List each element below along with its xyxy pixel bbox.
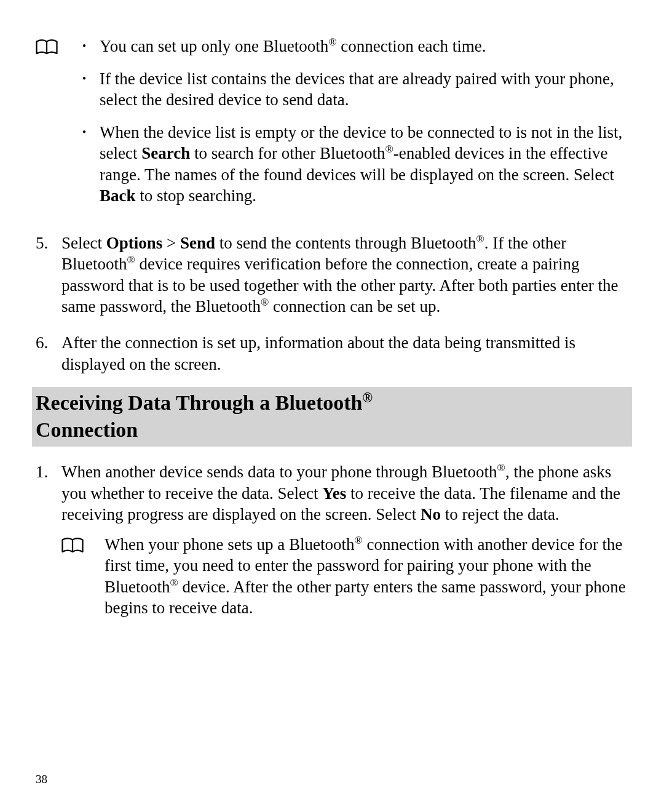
- step-6: 6. After the connection is set up, infor…: [36, 332, 628, 375]
- reg-mark: ®: [354, 534, 362, 546]
- text: connection each time.: [337, 37, 486, 55]
- text: When your phone sets up a Bluetooth: [105, 535, 354, 554]
- reg-mark: ®: [497, 461, 505, 474]
- note-block-1: You can set up only one Bluetooth® conne…: [36, 36, 628, 218]
- reg-mark: ®: [261, 296, 269, 308]
- section-heading: Receiving Data Through a Bluetooth® Conn…: [32, 387, 632, 447]
- text: to send the contents through Bluetooth: [215, 234, 476, 252]
- recv-step-1: 1. When another device sends data to you…: [36, 461, 628, 525]
- heading-line1: Receiving Data Through a Bluetooth: [36, 391, 362, 414]
- bullet-item: If the device list contains the devices …: [79, 68, 628, 111]
- bullet-item: When the device list is empty or the dev…: [79, 122, 628, 207]
- text: device. After the other party enters the…: [105, 578, 626, 618]
- text: connection can be set up.: [269, 297, 440, 316]
- manual-page: You can set up only one Bluetooth® conne…: [0, 0, 664, 812]
- text: to stop searching.: [136, 186, 256, 205]
- bold-search: Search: [141, 144, 190, 162]
- book-icon: [61, 538, 105, 555]
- note-body-2: When your phone sets up a Bluetooth® con…: [105, 534, 628, 619]
- note-icon-col: [36, 36, 79, 57]
- reg-mark: ®: [362, 390, 373, 405]
- steps-list: 5. Select Options > Send to send the con…: [36, 233, 628, 375]
- bold-no: No: [421, 505, 441, 523]
- page-number: 38: [36, 773, 47, 786]
- receiving-steps: 1. When another device sends data to you…: [36, 461, 628, 525]
- bullet-item: You can set up only one Bluetooth® conne…: [79, 36, 628, 57]
- bold-options: Options: [106, 234, 163, 252]
- reg-mark: ®: [170, 576, 178, 589]
- bold-yes: Yes: [322, 484, 346, 503]
- text: to search for other Bluetooth: [190, 144, 385, 162]
- text: >: [162, 234, 180, 252]
- note-bullet-list: You can set up only one Bluetooth® conne…: [79, 36, 628, 207]
- bold-send: Send: [180, 234, 215, 252]
- text: You can set up only one Bluetooth: [100, 37, 328, 55]
- text: After the connection is set up, informat…: [61, 333, 575, 373]
- note-icon-col: [61, 534, 105, 555]
- reg-mark: ®: [385, 143, 393, 155]
- bold-back: Back: [100, 186, 136, 205]
- note-body-1: You can set up only one Bluetooth® conne…: [79, 36, 628, 218]
- note-block-2: When your phone sets up a Bluetooth® con…: [61, 534, 628, 619]
- book-icon: [36, 39, 79, 57]
- text: Select: [61, 234, 106, 252]
- step-number: 1.: [36, 461, 48, 483]
- text: If the device list contains the devices …: [100, 70, 614, 109]
- step-number: 5.: [36, 233, 48, 254]
- step-number: 6.: [36, 332, 48, 354]
- reg-mark: ®: [127, 253, 135, 266]
- step-5: 5. Select Options > Send to send the con…: [36, 233, 628, 317]
- reg-mark: ®: [328, 36, 336, 48]
- heading-line2: Connection: [36, 418, 138, 441]
- text: When another device sends data to your p…: [61, 463, 497, 481]
- text: to reject the data.: [441, 505, 559, 523]
- reg-mark: ®: [476, 233, 484, 245]
